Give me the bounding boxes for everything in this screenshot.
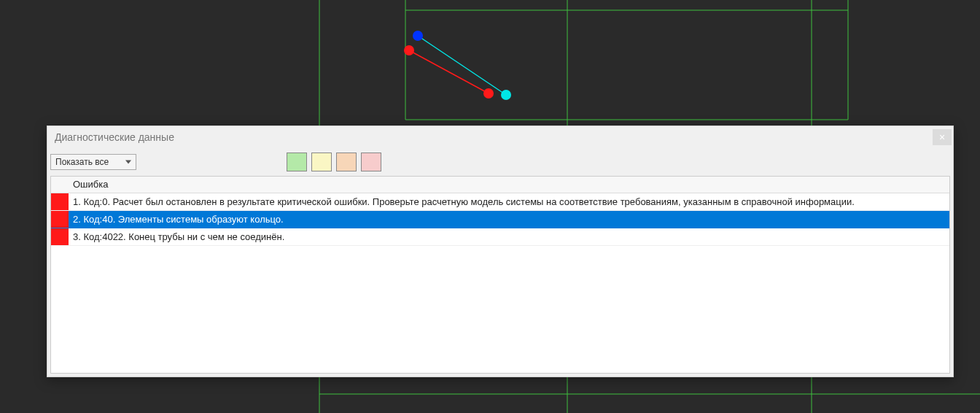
grid-header-row[interactable]: Ошибка bbox=[51, 177, 949, 193]
diagnostics-dialog: Диагностические данные × Показать все Ош… bbox=[47, 126, 954, 377]
severity-color-box bbox=[51, 211, 69, 228]
swatch-yellow[interactable] bbox=[311, 153, 332, 171]
svg-point-15 bbox=[483, 88, 494, 99]
col-severity-header[interactable] bbox=[51, 177, 69, 193]
diagnostics-grid[interactable]: Ошибка 1. Код:0. Расчет был остановлен в… bbox=[50, 176, 950, 374]
message-cell: 2. Код:40. Элементы системы образуют кол… bbox=[69, 210, 949, 228]
severity-cell bbox=[51, 193, 69, 210]
dialog-title: Диагностические данные bbox=[55, 131, 174, 143]
message-cell: 3. Код:4022. Конец трубы ни с чем не сое… bbox=[69, 228, 949, 245]
table-row[interactable]: 1. Код:0. Расчет был остановлен в резуль… bbox=[51, 193, 949, 210]
severity-cell bbox=[51, 210, 69, 228]
severity-filter-swatches bbox=[287, 153, 381, 171]
table-row[interactable]: 2. Код:40. Элементы системы образуют кол… bbox=[51, 210, 949, 228]
close-button[interactable]: × bbox=[933, 129, 952, 145]
canvas-edges bbox=[409, 36, 506, 95]
svg-point-12 bbox=[413, 31, 423, 41]
swatch-red[interactable] bbox=[361, 153, 381, 171]
col-message-header[interactable]: Ошибка bbox=[69, 177, 949, 193]
svg-point-14 bbox=[404, 45, 414, 55]
filter-dropdown-value: Показать все bbox=[55, 157, 109, 167]
svg-line-10 bbox=[418, 36, 506, 95]
swatch-green[interactable] bbox=[287, 153, 307, 171]
severity-cell bbox=[51, 228, 69, 245]
message-cell: 1. Код:0. Расчет был остановлен в резуль… bbox=[69, 193, 949, 210]
table-row[interactable]: 3. Код:4022. Конец трубы ни с чем не сое… bbox=[51, 228, 949, 245]
severity-color-box bbox=[51, 193, 69, 210]
filter-dropdown[interactable]: Показать все bbox=[50, 154, 136, 170]
swatch-orange[interactable] bbox=[336, 153, 357, 171]
dialog-toolbar: Показать все bbox=[47, 148, 953, 176]
svg-point-13 bbox=[501, 90, 511, 100]
canvas-nodes bbox=[404, 31, 511, 100]
severity-color-box bbox=[51, 228, 69, 245]
dialog-titlebar[interactable]: Диагностические данные × bbox=[47, 126, 953, 148]
